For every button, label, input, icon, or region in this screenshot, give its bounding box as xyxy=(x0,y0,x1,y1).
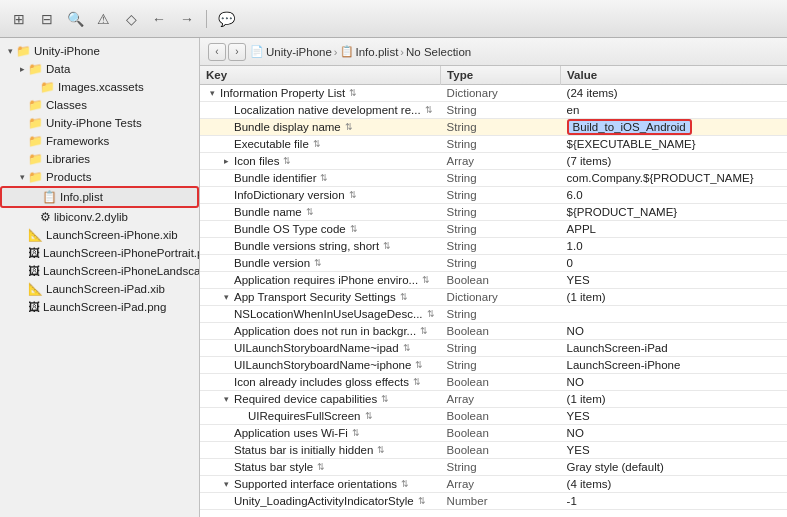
sort-arrows-icon[interactable]: ⇅ xyxy=(349,190,357,200)
warning-icon[interactable]: ⚠ xyxy=(92,8,114,30)
sort-arrows-icon[interactable]: ⇅ xyxy=(418,496,426,506)
row-expand-icon[interactable] xyxy=(220,155,232,167)
sidebar-item-launchscreen-ipad-png[interactable]: 🖼LaunchScreen-iPad.png xyxy=(0,298,199,316)
table-row[interactable]: Information Property List ⇅Dictionary(24… xyxy=(200,85,787,102)
table-row[interactable]: Localization native development re... ⇅S… xyxy=(200,102,787,119)
row-expand-icon[interactable] xyxy=(206,87,218,99)
bookmark-icon[interactable]: ◇ xyxy=(120,8,142,30)
cell-value: (4 items) xyxy=(561,476,787,493)
sort-arrows-icon[interactable]: ⇅ xyxy=(345,122,353,132)
sort-arrows-icon[interactable]: ⇅ xyxy=(306,207,314,217)
sort-arrows-icon[interactable]: ⇅ xyxy=(400,292,408,302)
sort-arrows-icon[interactable]: ⇅ xyxy=(422,275,430,285)
sidebar-item-launchscreen-ipad-xib[interactable]: 📐LaunchScreen-iPad.xib xyxy=(0,280,199,298)
col-header-key: Key xyxy=(200,66,441,85)
cell-type: Array xyxy=(441,153,561,170)
arrow-right-icon[interactable]: → xyxy=(176,8,198,30)
cell-type: Boolean xyxy=(441,374,561,391)
sort-arrows-icon[interactable]: ⇅ xyxy=(413,377,421,387)
sort-arrows-icon[interactable]: ⇅ xyxy=(320,173,328,183)
sidebar-item-products[interactable]: 📁Products xyxy=(0,168,199,186)
cell-key: Application does not run in backgr... ⇅ xyxy=(200,323,441,340)
table-row[interactable]: Status bar style ⇅StringGray style (defa… xyxy=(200,459,787,476)
table-row[interactable]: Status bar is initially hidden ⇅BooleanY… xyxy=(200,442,787,459)
cell-key: UIRequiresFullScreen ⇅ xyxy=(200,408,441,425)
sort-arrows-icon[interactable]: ⇅ xyxy=(427,309,435,319)
cell-value: Gray style (default) xyxy=(561,459,787,476)
table-row[interactable]: InfoDictionary version ⇅String6.0 xyxy=(200,187,787,204)
key-text: Bundle versions string, short xyxy=(234,240,379,252)
table-row[interactable]: Bundle OS Type code ⇅StringAPPL xyxy=(200,221,787,238)
table-row[interactable]: Application uses Wi-Fi ⇅BooleanNO xyxy=(200,425,787,442)
table-row[interactable]: Bundle version ⇅String0 xyxy=(200,255,787,272)
breadcrumb-plist-icon: 📋 xyxy=(340,45,354,58)
table-row[interactable]: Application does not run in backgr... ⇅B… xyxy=(200,323,787,340)
sidebar-item-label: Data xyxy=(46,63,70,75)
sort-arrows-icon[interactable]: ⇅ xyxy=(283,156,291,166)
table-row[interactable]: Unity_LoadingActivityIndicatorStyle ⇅Num… xyxy=(200,493,787,510)
sort-arrows-icon[interactable]: ⇅ xyxy=(314,258,322,268)
breadcrumb-file[interactable]: Info.plist xyxy=(356,46,399,58)
sidebar-item-launchscreen-iphone-landscape[interactable]: 🖼LaunchScreen-iPhoneLandscape.png xyxy=(0,262,199,280)
table-row[interactable]: Bundle identifier ⇅Stringcom.Company.${P… xyxy=(200,170,787,187)
row-expand-icon[interactable] xyxy=(220,291,232,303)
table-row[interactable]: Bundle name ⇅String${PRODUCT_NAME} xyxy=(200,204,787,221)
table-row[interactable]: UIRequiresFullScreen ⇅BooleanYES xyxy=(200,408,787,425)
folder-icon[interactable]: ⊞ xyxy=(8,8,30,30)
sort-arrows-icon[interactable]: ⇅ xyxy=(349,88,357,98)
plist-table-container[interactable]: Key Type Value Information Property List… xyxy=(200,66,787,517)
sidebar-item-libiconv[interactable]: ⚙libiconv.2.dylib xyxy=(0,208,199,226)
sidebar-item-launchscreen-iphone-xib[interactable]: 📐LaunchScreen-iPhone.xib xyxy=(0,226,199,244)
table-row[interactable]: Icon already includes gloss effects ⇅Boo… xyxy=(200,374,787,391)
cell-type: Boolean xyxy=(441,408,561,425)
sidebar-item-classes[interactable]: 📁Classes xyxy=(0,96,199,114)
nav-forward-button[interactable]: › xyxy=(228,43,246,61)
table-row[interactable]: Bundle display name ⇅StringBuild_to_iOS_… xyxy=(200,119,787,136)
sidebar-item-info-plist[interactable]: 📋Info.plist xyxy=(0,186,199,208)
sidebar-item-images-xcassets[interactable]: 📁Images.xcassets xyxy=(0,78,199,96)
table-row[interactable]: App Transport Security Settings ⇅Diction… xyxy=(200,289,787,306)
sort-arrows-icon[interactable]: ⇅ xyxy=(381,394,389,404)
table-row[interactable]: Supported interface orientations ⇅Array(… xyxy=(200,476,787,493)
search-icon[interactable]: 🔍 xyxy=(64,8,86,30)
sort-arrows-icon[interactable]: ⇅ xyxy=(377,445,385,455)
sidebar-item-unity-iphone[interactable]: 📁Unity-iPhone xyxy=(0,42,199,60)
table-row[interactable]: Executable file ⇅String${EXECUTABLE_NAME… xyxy=(200,136,787,153)
row-expand-icon[interactable] xyxy=(220,393,232,405)
sort-arrows-icon[interactable]: ⇅ xyxy=(365,411,373,421)
sidebar-item-unity-iphone-tests[interactable]: 📁Unity-iPhone Tests xyxy=(0,114,199,132)
breadcrumb-project[interactable]: Unity-iPhone xyxy=(266,46,332,58)
sort-arrows-icon[interactable]: ⇅ xyxy=(425,105,433,115)
grid-icon[interactable]: ⊟ xyxy=(36,8,58,30)
table-row[interactable]: UILaunchStoryboardName~ipad ⇅StringLaunc… xyxy=(200,340,787,357)
sidebar-item-frameworks[interactable]: 📁Frameworks xyxy=(0,132,199,150)
key-text: Executable file xyxy=(234,138,309,150)
sort-arrows-icon[interactable]: ⇅ xyxy=(352,428,360,438)
message-icon[interactable]: 💬 xyxy=(215,8,237,30)
sort-arrows-icon[interactable]: ⇅ xyxy=(415,360,423,370)
sidebar-item-data[interactable]: 📁Data xyxy=(0,60,199,78)
sort-arrows-icon[interactable]: ⇅ xyxy=(401,479,409,489)
table-row[interactable]: Bundle versions string, short ⇅String1.0 xyxy=(200,238,787,255)
sidebar-item-label: Libraries xyxy=(46,153,90,165)
table-row[interactable]: UILaunchStoryboardName~iphone ⇅StringLau… xyxy=(200,357,787,374)
sort-arrows-icon[interactable]: ⇅ xyxy=(420,326,428,336)
table-row[interactable]: Application requires iPhone enviro... ⇅B… xyxy=(200,272,787,289)
cell-type: String xyxy=(441,238,561,255)
sort-arrows-icon[interactable]: ⇅ xyxy=(383,241,391,251)
nav-back-button[interactable]: ‹ xyxy=(208,43,226,61)
table-row[interactable]: Required device capabilities ⇅Array(1 it… xyxy=(200,391,787,408)
arrow-left-icon[interactable]: ← xyxy=(148,8,170,30)
sort-arrows-icon[interactable]: ⇅ xyxy=(403,343,411,353)
sidebar-item-label: Classes xyxy=(46,99,87,111)
sort-arrows-icon[interactable]: ⇅ xyxy=(350,224,358,234)
cell-value: LaunchScreen-iPhone xyxy=(561,357,787,374)
row-expand-icon[interactable] xyxy=(220,478,232,490)
sort-arrows-icon[interactable]: ⇅ xyxy=(317,462,325,472)
sidebar-item-launchscreen-iphone-portrait[interactable]: 🖼LaunchScreen-iPhonePortrait.png xyxy=(0,244,199,262)
sort-arrows-icon[interactable]: ⇅ xyxy=(313,139,321,149)
table-row[interactable]: Icon files ⇅Array(7 items) xyxy=(200,153,787,170)
sidebar-item-libraries[interactable]: 📁Libraries xyxy=(0,150,199,168)
table-row[interactable]: NSLocationWhenInUseUsageDesc... ⇅String xyxy=(200,306,787,323)
key-text: InfoDictionary version xyxy=(234,189,345,201)
